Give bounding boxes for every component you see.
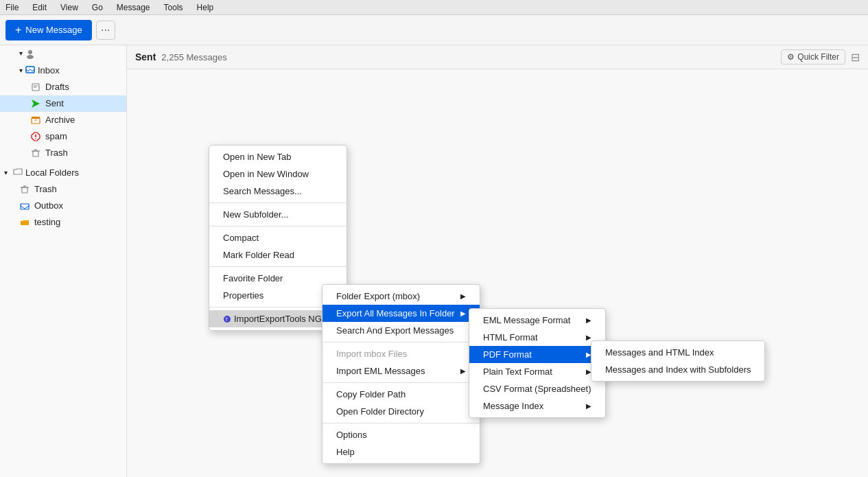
main-layout: ▾ ▾ Inbox Drafts Sent [0, 45, 868, 477]
local-folders-icon [13, 167, 23, 178]
sidebar: ▾ ▾ Inbox Drafts Sent [0, 45, 127, 477]
trash-icon [30, 148, 41, 159]
svg-rect-8 [32, 117, 40, 119]
sidebar-drafts-label: Drafts [45, 82, 69, 92]
ctx2-export-all-messages[interactable]: Export All Messages In Folder ▶ [322, 305, 480, 322]
inbox-group-chevron: ▾ [19, 67, 23, 74]
folder-title: Sent [135, 51, 156, 62]
quick-filter-button[interactable]: ⚙ Quick Filter [781, 49, 845, 65]
ctx3-eml-format[interactable]: EML Message Format ▶ [469, 312, 605, 329]
ctx1-open-new-tab[interactable]: Open in New Tab [209, 148, 347, 165]
testing-folder-icon [19, 217, 30, 228]
new-message-label: New Message [25, 25, 82, 35]
ctx2-import-mbox: Import mbox Files [322, 345, 480, 362]
inbox-icon [25, 65, 35, 76]
sidebar-archive-label: Archive [45, 115, 75, 125]
ctx1-search-messages[interactable]: Search Messages... [209, 183, 347, 200]
menu-message[interactable]: Message [114, 1, 153, 14]
account-section-label [25, 48, 38, 59]
sidebar-trash[interactable]: Trash [0, 145, 126, 161]
sidebar-sent[interactable]: Sent [0, 95, 126, 112]
layout-toggle-icon[interactable]: ⊟ [851, 51, 860, 64]
context-menu-formats: EML Message Format ▶ HTML Format ▶ PDF F… [469, 308, 606, 418]
new-message-button[interactable]: + New Message [5, 20, 92, 40]
ctx1-open-new-window[interactable]: Open in New Window [209, 165, 347, 183]
sidebar-spam[interactable]: spam [0, 128, 126, 145]
sidebar-inbox-group[interactable]: ▾ Inbox [0, 62, 126, 79]
svg-rect-13 [33, 151, 38, 156]
menu-tools[interactable]: Tools [161, 1, 186, 14]
ctx1-sep2 [209, 226, 347, 226]
context-menu-pdf-options: Messages and HTML Index Messages and Ind… [591, 340, 765, 382]
filter-icon: ⚙ [787, 52, 795, 62]
ctx3-plain-text-format[interactable]: Plain Text Format ▶ [469, 363, 605, 380]
ctx2-export-all-arrow: ▶ [460, 310, 466, 317]
menu-file[interactable]: File [3, 1, 21, 14]
svg-point-0 [28, 50, 32, 54]
sent-icon [30, 98, 41, 109]
ctx3-message-index[interactable]: Message Index ▶ [469, 397, 605, 415]
sidebar-spam-label: spam [45, 131, 67, 141]
sidebar-sent-label: Sent [45, 98, 64, 108]
ctx2-open-folder-directory[interactable]: Open Folder Directory [322, 403, 480, 420]
ctx2-sep1 [322, 342, 480, 342]
header-title-group: Sent 2,255 Messages [135, 51, 227, 62]
sidebar-local-trash-label: Trash [34, 184, 57, 194]
ctx3-message-index-arrow: ▶ [586, 402, 591, 410]
ctx1-new-subfolder[interactable]: New Subfolder... [209, 206, 347, 223]
sidebar-outbox-label: Outbox [34, 200, 63, 211]
content-area: Sent 2,255 Messages ⚙ Quick Filter ⊟ Ope… [127, 45, 868, 477]
svg-rect-16 [22, 187, 27, 193]
ctx1-sep1 [209, 202, 347, 203]
svg-text:T: T [225, 317, 228, 322]
svg-rect-7 [32, 118, 40, 124]
content-header: Sent 2,255 Messages ⚙ Quick Filter ⊟ [127, 45, 868, 69]
ctx2-search-export-messages[interactable]: Search And Export Messages [322, 322, 480, 339]
local-folders-chevron: ▾ [4, 169, 8, 176]
menu-go[interactable]: Go [89, 1, 106, 14]
archive-icon [30, 115, 41, 126]
sidebar-drafts[interactable]: Drafts [0, 79, 126, 95]
sidebar-local-folders-section[interactable]: ▾ Local Folders [0, 164, 126, 181]
ctx4-messages-index-subfolders[interactable]: Messages and Index with Subfolders [591, 361, 764, 378]
svg-point-12 [35, 138, 36, 139]
ctx2-import-eml-arrow: ▶ [460, 367, 466, 375]
sidebar-archive[interactable]: Archive [0, 112, 126, 128]
context-menu-import-export: Folder Export (mbox) ▶ Export All Messag… [322, 284, 480, 464]
menu-edit[interactable]: Edit [30, 1, 49, 14]
message-count: 2,255 Messages [161, 52, 226, 62]
svg-marker-6 [32, 100, 40, 108]
header-actions: ⚙ Quick Filter ⊟ [781, 49, 860, 65]
drafts-icon [30, 82, 41, 93]
ctx3-html-format[interactable]: HTML Format ▶ [469, 329, 605, 346]
ctx2-folder-export-arrow: ▶ [460, 292, 466, 300]
ctx1-compact[interactable]: Compact [209, 229, 347, 246]
plus-icon: + [15, 24, 21, 36]
more-button[interactable]: ··· [96, 21, 115, 40]
ctx1-mark-folder-read[interactable]: Mark Folder Read [209, 246, 347, 264]
ctx2-import-eml-messages[interactable]: Import EML Messages ▶ [322, 362, 480, 380]
ctx4-messages-html-index[interactable]: Messages and HTML Index [591, 344, 764, 361]
ctx3-eml-arrow: ▶ [586, 316, 591, 324]
menu-view[interactable]: View [58, 1, 81, 14]
sidebar-account-section[interactable]: ▾ [0, 45, 126, 62]
sidebar-outbox[interactable]: Outbox [0, 198, 126, 214]
sidebar-testing[interactable]: testing [0, 214, 126, 231]
ctx2-folder-export[interactable]: Folder Export (mbox) ▶ [322, 288, 480, 305]
ctx3-html-arrow: ▶ [586, 334, 591, 341]
ctx3-csv-format[interactable]: CSV Format (Spreadsheet) [469, 380, 605, 397]
ctx2-options[interactable]: Options [322, 426, 480, 443]
sidebar-local-trash[interactable]: Trash [0, 181, 126, 198]
sidebar-trash-label: Trash [45, 148, 68, 158]
ctx2-sep3 [322, 423, 480, 423]
ctx1-sep3 [209, 266, 347, 267]
account-chevron: ▾ [19, 49, 23, 57]
quick-filter-label: Quick Filter [797, 52, 839, 62]
ctx3-pdf-format[interactable]: PDF Format ▶ [469, 346, 605, 363]
local-trash-icon [19, 184, 30, 195]
ctx2-help[interactable]: Help [322, 443, 480, 461]
svg-point-1 [27, 55, 34, 59]
menu-help[interactable]: Help [194, 1, 217, 14]
spam-icon [30, 131, 41, 142]
ctx2-copy-folder-path[interactable]: Copy Folder Path [322, 386, 480, 403]
